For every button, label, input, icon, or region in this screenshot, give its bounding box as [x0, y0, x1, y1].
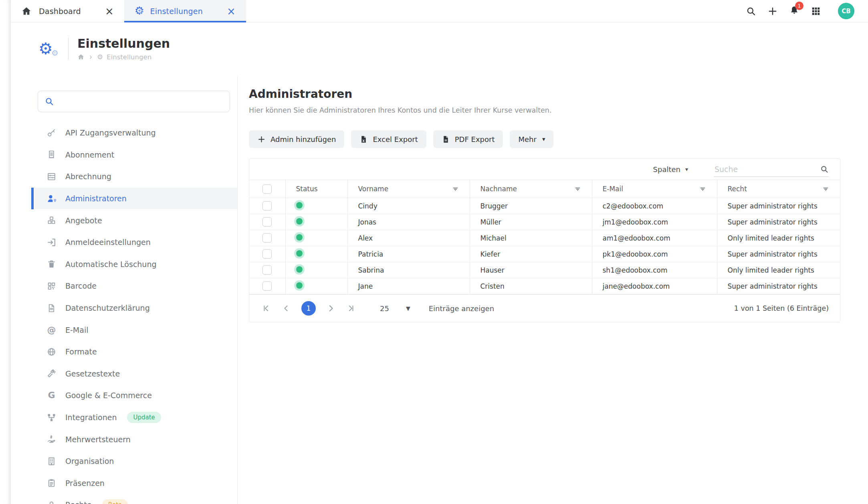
row-checkbox[interactable]: [262, 281, 272, 291]
status-cell: [285, 214, 347, 230]
vorname-cell: Jonas: [347, 214, 470, 230]
sidebar-item-integrationen[interactable]: IntegrationenUpdate: [31, 407, 237, 429]
row-checkbox[interactable]: [262, 217, 272, 227]
search-icon: [44, 97, 54, 106]
settings-gears-icon: ⚙⚙: [38, 38, 59, 59]
sidebar-item-e-mail[interactable]: @E-Mail: [31, 319, 237, 341]
sidebar-item-administratoren[interactable]: Administratoren: [31, 188, 237, 210]
filter-icon[interactable]: [452, 185, 459, 193]
page-title: Einstellungen: [77, 37, 170, 51]
filter-icon[interactable]: [699, 185, 707, 193]
excel-file-icon: [359, 135, 368, 144]
settings-sidebar: API ZugangsverwaltungAbonnementAbrechnun…: [31, 76, 238, 504]
sitemap-icon: [46, 413, 57, 423]
pdf-file-icon: [442, 135, 450, 144]
email-cell: jm1@edoobox.com: [592, 214, 717, 230]
action-buttons: Admin hinzufügen Excel Export PDF Export…: [249, 130, 840, 148]
hand-dollar-icon: [46, 434, 57, 444]
table-search[interactable]: [714, 162, 829, 177]
building-icon: [46, 456, 57, 466]
row-checkbox[interactable]: [262, 201, 272, 211]
sidebar-item-api-zugangsverwaltung[interactable]: API Zugangsverwaltung: [31, 122, 237, 144]
tab-einstellungen[interactable]: ⚙⚙ Einstellungen ×: [124, 0, 246, 22]
email-cell: pk1@edoobox.com: [592, 246, 717, 262]
status-cell: [285, 246, 347, 262]
status-cell: [285, 198, 347, 214]
last-page-icon[interactable]: [346, 304, 356, 313]
nachname-cell: Kiefer: [470, 246, 592, 262]
table-row: PatriciaKieferpk1@edoobox.comSuper admin…: [249, 246, 840, 262]
notifications-button[interactable]: 1: [789, 5, 799, 17]
sidebar-item-label: E-Mail: [65, 326, 88, 334]
sidebar-item-angebote[interactable]: Angebote: [31, 209, 237, 231]
sidebar-item-datenschutzerklärung[interactable]: Datenschutzerklärung: [31, 297, 237, 319]
sidebar-item-abonnement[interactable]: Abonnement: [31, 144, 237, 166]
table-search-input[interactable]: [714, 164, 820, 174]
search-icon[interactable]: [746, 6, 756, 16]
avatar[interactable]: CB: [838, 3, 854, 19]
sign-in-icon: [46, 237, 57, 247]
sidebar-item-organisation[interactable]: Organisation: [31, 450, 237, 472]
page-size-dropdown[interactable]: 25 ▼: [380, 304, 410, 313]
table-pagination: 1 25 ▼ Einträge anzeigen 1 von 1 Seiten …: [249, 294, 840, 322]
pdf-export-button[interactable]: PDF Export: [433, 130, 503, 148]
status-active-dot: [296, 234, 303, 241]
close-tab-icon[interactable]: ×: [227, 6, 236, 16]
column-header-email: E-Mail: [592, 180, 717, 198]
sidebar-item-google-e-commerce[interactable]: GGoogle & E-Commerce: [31, 385, 237, 407]
column-header-status: Status: [285, 180, 347, 198]
columns-dropdown[interactable]: Spalten ▾: [653, 165, 688, 174]
select-all-checkbox[interactable]: [262, 184, 272, 194]
sidebar-item-abrechnung[interactable]: Abrechnung: [31, 166, 237, 188]
column-header-vorname: Vorname: [347, 180, 470, 198]
sidebar-item-automatische-löschung[interactable]: Automatische Löschung: [31, 253, 237, 275]
sidebar-item-barcode[interactable]: Barcode: [31, 275, 237, 297]
row-checkbox[interactable]: [262, 233, 272, 243]
document-icon: [46, 303, 57, 313]
row-checkbox[interactable]: [262, 249, 272, 259]
sidebar-item-mehrwertsteuern[interactable]: Mehrwertsteuern: [31, 428, 237, 450]
next-page-icon[interactable]: [326, 304, 336, 313]
sidebar-item-label: Präsenzen: [65, 479, 105, 488]
main-content: Administratoren Hier können Sie die Admi…: [249, 0, 840, 322]
sidebar-item-präsenzen[interactable]: Präsenzen: [31, 472, 237, 494]
close-tab-icon[interactable]: ×: [105, 6, 114, 16]
admins-table: Status Vorname Nachname E-Mail Recht: [249, 180, 840, 294]
sidebar-item-rechte[interactable]: RechteBeta: [31, 494, 237, 504]
sidebar-item-anmeldeeinstellungen[interactable]: Anmeldeeinstellungen: [31, 231, 237, 253]
filter-icon[interactable]: [822, 185, 830, 193]
sidebar-item-formate[interactable]: Formate: [31, 341, 237, 363]
excel-export-button[interactable]: Excel Export: [351, 130, 426, 148]
table-row: CindyBruggerc2@edoobox.comSuper administ…: [249, 198, 840, 214]
add-admin-button[interactable]: Admin hinzufügen: [249, 130, 344, 148]
tab-dashboard[interactable]: Dashboard ×: [11, 0, 124, 22]
cubes-icon: [46, 215, 57, 225]
sidebar-item-gesetzestexte[interactable]: Gesetzestexte: [31, 363, 237, 385]
filter-icon[interactable]: [574, 185, 581, 193]
sidebar-item-label: Anmeldeeinstellungen: [65, 238, 151, 247]
table-row: JonasMüllerjm1@edoobox.comSuper administ…: [249, 214, 840, 230]
sidebar-search[interactable]: [38, 91, 230, 112]
clipboard-icon: [46, 478, 57, 488]
current-page-button[interactable]: 1: [301, 301, 316, 316]
breadcrumb-home-icon[interactable]: [77, 53, 85, 61]
add-icon[interactable]: [767, 6, 778, 16]
column-header-recht: Recht: [717, 180, 840, 198]
chevron-right-icon: [88, 55, 93, 60]
previous-page-icon[interactable]: [281, 304, 291, 313]
recht-cell: Only limited leader rights: [717, 262, 840, 278]
collapsed-nav-rail[interactable]: [0, 0, 11, 504]
globe-icon: [46, 347, 57, 357]
page-header: ⚙⚙ Einstellungen ⚙ Einstellungen: [38, 37, 170, 61]
status-cell: [285, 262, 347, 278]
first-page-icon[interactable]: [261, 304, 271, 313]
recht-cell: Only limited leader rights: [717, 230, 840, 246]
sidebar-search-input[interactable]: [59, 97, 223, 106]
email-cell: sh1@edoobox.com: [592, 262, 717, 278]
row-checkbox[interactable]: [262, 265, 272, 275]
status-cell: [285, 230, 347, 246]
apps-grid-icon[interactable]: [811, 6, 821, 16]
sidebar-item-label: Abrechnung: [65, 172, 111, 181]
more-button[interactable]: Mehr ▾: [510, 130, 553, 148]
home-icon: [21, 6, 32, 16]
